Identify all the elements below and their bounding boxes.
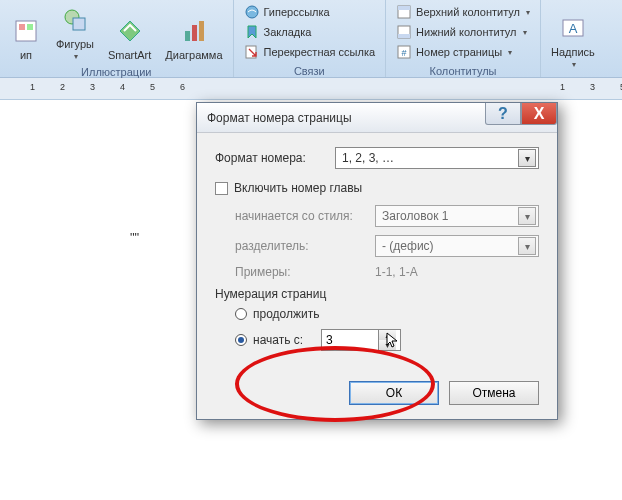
close-button[interactable]: X (521, 103, 557, 125)
pagination-section-label: Нумерация страниц (215, 287, 539, 301)
crossref-icon (244, 44, 260, 60)
svg-rect-5 (185, 31, 190, 41)
document-text: "" (130, 230, 139, 245)
separator-label: разделитель: (235, 239, 375, 253)
shapes-button[interactable]: Фигуры▾ (52, 2, 98, 63)
hyperlink-button[interactable]: Гиперссылка (240, 2, 380, 22)
textbox-button[interactable]: A Надпись▾ (547, 10, 599, 71)
examples-value: 1-1, 1-A (375, 265, 418, 279)
svg-rect-1 (19, 24, 25, 30)
dropdown-arrow-icon: ▾ (518, 237, 536, 255)
chapter-style-label: начинается со стиля: (235, 209, 375, 223)
header-label: Верхний колонтитул (416, 6, 520, 18)
chart-icon (178, 15, 210, 47)
chart-label: Диаграмма (165, 49, 222, 61)
start-at-label: начать с: (253, 333, 315, 347)
ribbon-group-text: A Надпись▾ (541, 0, 605, 77)
hyperlink-label: Гиперссылка (264, 6, 330, 18)
ribbon: ип Фигуры▾ SmartArt Диаграмма И (0, 0, 622, 78)
start-at-input[interactable] (322, 333, 378, 347)
shapes-icon (59, 4, 91, 36)
examples-label: Примеры: (235, 265, 375, 279)
bookmark-label: Закладка (264, 26, 312, 38)
clip-label: ип (20, 49, 32, 61)
header-button[interactable]: Верхний колонтитул▾ (392, 2, 534, 22)
dropdown-arrow-icon: ▾ (518, 149, 536, 167)
page-number-format-dialog: Формат номера страницы ? X Формат номера… (196, 102, 558, 420)
footer-label: Нижний колонтитул (416, 26, 516, 38)
format-value: 1, 2, 3, … (342, 151, 394, 165)
header-icon (396, 4, 412, 20)
close-icon: X (534, 105, 545, 123)
help-icon: ? (498, 105, 508, 123)
pagenum-label: Номер страницы (416, 46, 502, 58)
ribbon-group-illustrations: ип Фигуры▾ SmartArt Диаграмма И (0, 0, 234, 77)
clip-button[interactable]: ип (6, 13, 46, 63)
format-dropdown[interactable]: 1, 2, 3, … ▾ (335, 147, 539, 169)
textbox-icon: A (557, 12, 589, 44)
spinner-down-icon[interactable]: ▼ (379, 340, 396, 350)
ribbon-group-headerfooter: Верхний колонтитул▾ Нижний колонтитул▾ #… (386, 0, 541, 77)
dialog-titlebar[interactable]: Формат номера страницы ? X (197, 103, 557, 133)
pagenum-button[interactable]: # Номер страницы▾ (392, 42, 534, 62)
continue-radio[interactable] (235, 308, 247, 320)
smartart-button[interactable]: SmartArt (104, 13, 155, 63)
smartart-label: SmartArt (108, 49, 151, 61)
ribbon-group-links: Гиперссылка Закладка Перекрестная ссылка… (234, 0, 387, 77)
pagenum-icon: # (396, 44, 412, 60)
svg-rect-11 (398, 6, 410, 10)
svg-text:#: # (402, 48, 407, 58)
svg-rect-2 (27, 24, 33, 30)
separator-value: - (дефис) (382, 239, 434, 253)
start-at-radio[interactable] (235, 334, 247, 346)
svg-rect-4 (73, 18, 85, 30)
footer-icon (396, 24, 412, 40)
continue-label: продолжить (253, 307, 319, 321)
include-chapter-checkbox[interactable] (215, 182, 228, 195)
separator-dropdown[interactable]: - (дефис) ▾ (375, 235, 539, 257)
ok-button[interactable]: ОК (349, 381, 439, 405)
chapter-style-value: Заголовок 1 (382, 209, 448, 223)
help-button[interactable]: ? (485, 103, 521, 125)
include-chapter-label: Включить номер главы (234, 181, 362, 195)
dropdown-arrow-icon: ▾ (518, 207, 536, 225)
format-label: Формат номера: (215, 151, 335, 165)
clip-icon (10, 15, 42, 47)
textbox-label: Надпись (551, 46, 595, 58)
bookmark-icon (244, 24, 260, 40)
footer-button[interactable]: Нижний колонтитул▾ (392, 22, 534, 42)
bookmark-button[interactable]: Закладка (240, 22, 380, 42)
group-label-text (547, 71, 599, 77)
chapter-style-dropdown[interactable]: Заголовок 1 ▾ (375, 205, 539, 227)
svg-rect-6 (192, 25, 197, 41)
svg-point-8 (246, 6, 258, 18)
chart-button[interactable]: Диаграмма (161, 13, 226, 63)
hyperlink-icon (244, 4, 260, 20)
svg-rect-7 (199, 21, 204, 41)
crossref-label: Перекрестная ссылка (264, 46, 376, 58)
spinner-up-icon[interactable]: ▲ (379, 330, 396, 340)
svg-text:A: A (569, 21, 578, 36)
smartart-icon (114, 15, 146, 47)
svg-rect-13 (398, 34, 410, 38)
cancel-button[interactable]: Отмена (449, 381, 539, 405)
crossref-button[interactable]: Перекрестная ссылка (240, 42, 380, 62)
shapes-label: Фигуры (56, 38, 94, 50)
start-at-spinner[interactable]: ▲ ▼ (321, 329, 401, 351)
dialog-title: Формат номера страницы (207, 111, 352, 125)
ruler[interactable]: 1 2 3 4 5 6 1 3 5 (0, 78, 622, 100)
